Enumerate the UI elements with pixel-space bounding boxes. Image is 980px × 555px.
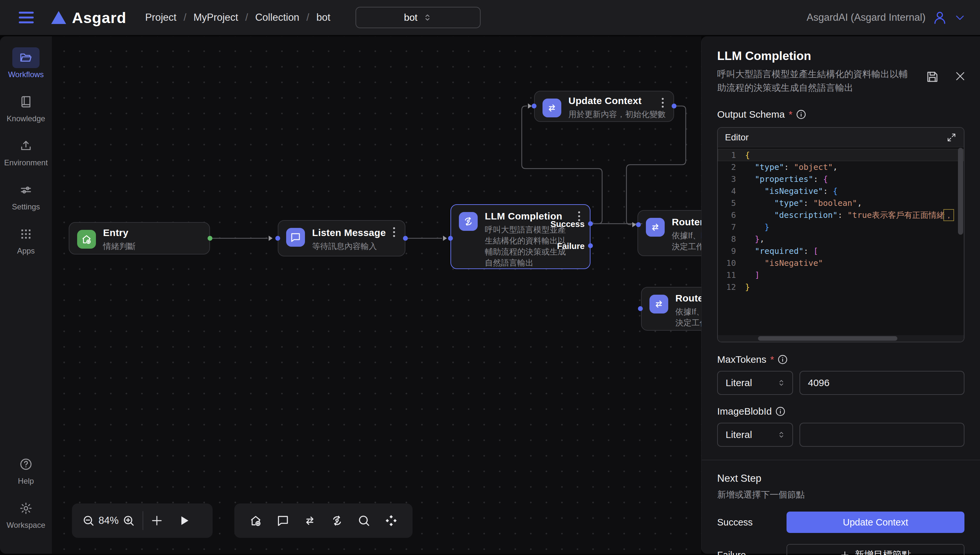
kebab-menu-icon[interactable] bbox=[657, 98, 668, 107]
zoom-out-button[interactable] bbox=[82, 514, 95, 528]
line-number: 12 bbox=[718, 281, 745, 293]
workflow-select-value: bot bbox=[404, 12, 417, 23]
code-line-5[interactable]: 5"type": "boolean", bbox=[718, 197, 964, 209]
left-sidebar: WorkflowsKnowledgeEnvironmentSettingsApp… bbox=[0, 36, 52, 554]
code-line-8[interactable]: 8}, bbox=[718, 233, 964, 245]
code-line-9[interactable]: 9"required": [ bbox=[718, 245, 964, 257]
breadcrumb-separator: / bbox=[245, 12, 248, 23]
palette-chat-icon[interactable] bbox=[276, 513, 290, 528]
line-number: 11 bbox=[718, 269, 745, 281]
run-workflow-button[interactable] bbox=[178, 514, 191, 527]
info-icon[interactable] bbox=[796, 109, 807, 120]
sidebar-item-environment[interactable]: Environment bbox=[4, 135, 48, 167]
code-line-4[interactable]: 4"isNegative": { bbox=[718, 185, 964, 197]
sidebar-item-settings[interactable]: Settings bbox=[12, 180, 40, 212]
next-step-target-button[interactable]: Update Context bbox=[786, 512, 964, 533]
chat-icon bbox=[286, 228, 305, 247]
next-step-title: Next Step bbox=[717, 473, 964, 484]
plus-icon bbox=[840, 550, 850, 555]
line-number: 2 bbox=[718, 161, 745, 173]
palette-llm-icon[interactable] bbox=[330, 513, 344, 528]
image-blob-id-mode-select[interactable]: Literal bbox=[717, 423, 793, 447]
palette-home-plus-icon[interactable] bbox=[248, 513, 263, 528]
code-line-2[interactable]: 2"type": "object", bbox=[718, 161, 964, 173]
sidebar-item-help[interactable]: Help bbox=[12, 454, 40, 486]
zoom-level: 84% bbox=[95, 515, 122, 526]
code-line-11[interactable]: 11] bbox=[718, 269, 964, 281]
node-router-2[interactable]: Router依據If、El決定工作流 bbox=[641, 287, 701, 330]
zoom-in-button[interactable] bbox=[122, 514, 136, 528]
workflow-canvas[interactable]: 84% Entry情緒判斷Listen Message等待訊息內容輸入LLM C… bbox=[52, 36, 701, 554]
info-icon[interactable] bbox=[775, 406, 786, 417]
breadcrumb-item-collection[interactable]: Collection bbox=[255, 12, 299, 23]
editor-horizontal-scrollbar[interactable] bbox=[758, 336, 897, 341]
sidebar-item-label: Apps bbox=[17, 246, 35, 255]
breadcrumb: Project/MyProject/Collection/bot bbox=[145, 12, 330, 23]
book-icon bbox=[19, 95, 33, 109]
output-handle-success[interactable]: Success bbox=[550, 219, 584, 229]
editor-hscroll-track bbox=[718, 335, 964, 342]
save-icon[interactable] bbox=[926, 70, 939, 83]
workflow-select[interactable]: bot bbox=[355, 7, 480, 28]
expand-icon[interactable] bbox=[946, 132, 957, 143]
node-update-context[interactable]: Update Context用於更新內容，初始化變數 bbox=[534, 91, 674, 122]
sidebar-item-label: Environment bbox=[4, 158, 48, 167]
breadcrumb-separator: / bbox=[307, 12, 309, 23]
next-step-subtitle: 新增或選擇下一個節點 bbox=[717, 489, 964, 500]
node-llm-completion[interactable]: LLM Completion呼叫大型語言模型並產生結構化的資料輸出以輔助流程的決… bbox=[450, 204, 591, 269]
code-line-3[interactable]: 3"properties": { bbox=[718, 173, 964, 185]
palette-search-icon[interactable] bbox=[357, 513, 371, 528]
editor-title: Editor bbox=[725, 132, 749, 143]
add-node-button[interactable] bbox=[151, 514, 163, 527]
sidebar-item-label: Help bbox=[18, 476, 34, 486]
line-number: 4 bbox=[718, 185, 745, 197]
image-blob-id-input[interactable] bbox=[799, 423, 964, 447]
breadcrumb-item-bot[interactable]: bot bbox=[316, 12, 330, 23]
required-asterisk: * bbox=[788, 109, 793, 120]
sidebar-item-workspace[interactable]: Workspace bbox=[6, 498, 45, 530]
node-router-1[interactable]: Router依據If、Els決定工作流 bbox=[637, 210, 701, 256]
node-subtitle: 依據If、Els決定工作流 bbox=[672, 230, 701, 252]
sidebar-item-workflows[interactable]: Workflows bbox=[8, 47, 44, 79]
node-title: Router bbox=[676, 293, 701, 304]
output-schema-label: Output Schema* bbox=[717, 109, 964, 120]
panel-description: 呼叫大型語言模型並產生結構化的資料輸出以輔助流程的決策或生成自然語言輸出 bbox=[717, 67, 922, 95]
line-number: 1 bbox=[718, 149, 745, 161]
edge-arrow-icon bbox=[528, 103, 532, 109]
code-line-12[interactable]: 12} bbox=[718, 281, 964, 293]
breadcrumb-item-project[interactable]: Project bbox=[145, 12, 176, 23]
code-area[interactable]: 1{2"type": "object",3"properties": {4"is… bbox=[718, 147, 964, 342]
max-tokens-input[interactable] bbox=[799, 371, 964, 395]
edge-arrow-icon bbox=[443, 236, 447, 241]
next-step-row-failure: Failure新增目標節點 bbox=[717, 544, 964, 555]
line-number: 6 bbox=[718, 209, 745, 221]
code-line-10[interactable]: 10"isNegative" bbox=[718, 257, 964, 269]
palette-router-grid-icon[interactable] bbox=[384, 513, 398, 528]
sidebar-item-knowledge[interactable]: Knowledge bbox=[7, 91, 45, 123]
swap-icon bbox=[543, 99, 561, 117]
code-line-1[interactable]: 1{ bbox=[718, 149, 964, 161]
schema-editor[interactable]: Editor 1{2"type": "object",3"properties"… bbox=[717, 127, 964, 342]
person-icon[interactable] bbox=[932, 10, 948, 25]
kebab-menu-icon[interactable] bbox=[389, 227, 400, 237]
account-chevron-down-icon[interactable] bbox=[954, 12, 966, 23]
sidebar-item-apps[interactable]: Apps bbox=[12, 224, 40, 255]
top-navbar: Asgard Project/MyProject/Collection/bot … bbox=[0, 0, 980, 36]
node-entry[interactable]: Entry情緒判斷 bbox=[69, 222, 210, 255]
close-icon[interactable] bbox=[954, 70, 966, 82]
editor-vertical-scrollbar[interactable] bbox=[958, 148, 963, 235]
code-line-7[interactable]: 7} bbox=[718, 221, 964, 233]
palette-swap-icon[interactable] bbox=[303, 513, 317, 528]
zoom-toolbar: 84% bbox=[72, 504, 213, 538]
max-tokens-mode-select[interactable]: Literal bbox=[717, 371, 793, 395]
add-target-node-button[interactable]: 新增目標節點 bbox=[786, 544, 964, 555]
breadcrumb-item-myproject[interactable]: MyProject bbox=[194, 12, 238, 23]
output-handle-failure[interactable]: Failure bbox=[557, 241, 584, 251]
node-listen-message[interactable]: Listen Message等待訊息內容輸入 bbox=[278, 220, 405, 257]
line-number: 8 bbox=[718, 233, 745, 245]
node-title: Entry bbox=[103, 227, 209, 238]
code-line-6[interactable]: 6"description": "true表示客戶有正面情緒， bbox=[718, 209, 964, 221]
panel-title: LLM Completion bbox=[717, 49, 922, 63]
hamburger-menu-icon[interactable] bbox=[19, 12, 34, 23]
info-icon[interactable] bbox=[777, 354, 788, 365]
